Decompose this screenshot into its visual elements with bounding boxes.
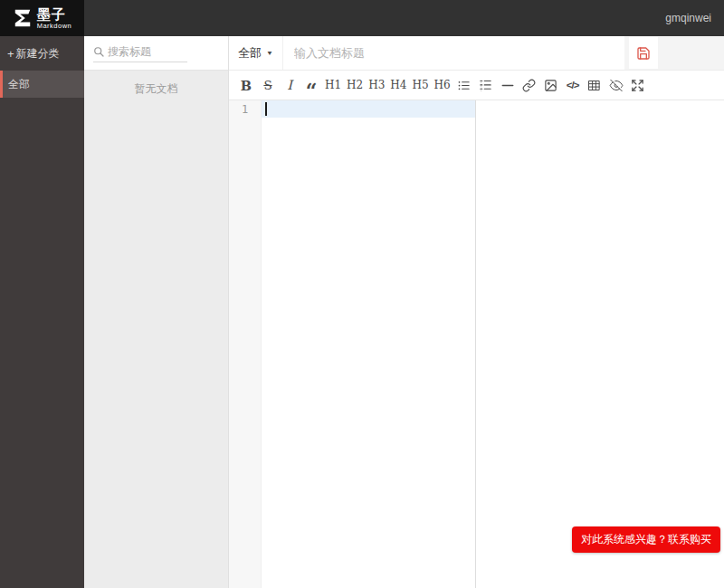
text-caret	[265, 102, 267, 116]
save-button[interactable]	[629, 37, 658, 69]
heading4-button[interactable]: H4	[389, 74, 407, 96]
app-logo: 墨子 Markdown	[0, 0, 84, 36]
markdown-toolbar: B S I “ H1 H2 H3 H4 H5 H6	[229, 71, 724, 100]
heading6-button[interactable]: H6	[433, 74, 452, 96]
contact-purchase-button[interactable]: 对此系统感兴趣？联系购买	[572, 526, 720, 553]
quote-icon: “	[306, 88, 318, 93]
search-row	[84, 36, 228, 71]
sidebar-item-label: 全部	[8, 77, 30, 92]
preview-toggle-button[interactable]	[607, 74, 625, 96]
italic-button[interactable]: I	[281, 74, 299, 96]
ordered-list-button[interactable]	[477, 74, 495, 96]
active-line	[262, 100, 475, 118]
code-icon: </>	[567, 80, 579, 90]
top-header: 墨子 Markdown gmqinwei	[0, 0, 724, 36]
heading1-button[interactable]: H1	[324, 74, 342, 96]
logo-text: 墨子 Markdown	[37, 7, 72, 30]
plus-icon: +	[7, 47, 14, 61]
heading3-button[interactable]: H3	[367, 74, 386, 96]
save-strip	[624, 36, 724, 70]
h1-icon: H1	[325, 79, 341, 91]
blockquote-button[interactable]: “	[302, 74, 320, 96]
heading5-button[interactable]: H5	[411, 74, 429, 96]
h5-icon: H5	[412, 79, 428, 91]
heading2-button[interactable]: H2	[346, 74, 364, 96]
search-icon	[93, 46, 104, 57]
unordered-list-button[interactable]	[455, 74, 473, 96]
markdown-preview-pane	[476, 100, 724, 588]
search-input[interactable]	[108, 45, 180, 58]
document-title-input[interactable]	[283, 36, 624, 70]
document-list-panel: 暂无文档	[84, 36, 229, 588]
ordered-list-icon	[479, 79, 492, 92]
h3-icon: H3	[368, 79, 385, 91]
code-button[interactable]: </>	[564, 74, 582, 96]
table-button[interactable]	[586, 74, 604, 96]
link-icon	[522, 79, 536, 92]
new-category-button[interactable]: + 新建分类	[0, 36, 84, 71]
table-icon	[587, 79, 601, 92]
fullscreen-button[interactable]	[629, 74, 647, 96]
image-button[interactable]	[542, 74, 560, 96]
horizontal-rule-icon	[500, 79, 515, 92]
bold-button[interactable]: B	[237, 74, 255, 96]
logo-subtitle: Markdown	[37, 23, 72, 30]
chevron-down-icon: ▼	[266, 50, 273, 57]
strikethrough-button[interactable]: S	[259, 74, 277, 96]
line-number: 1	[229, 103, 261, 116]
empty-documents-text: 暂无文档	[84, 81, 228, 97]
category-dropdown-label: 全部	[238, 45, 262, 62]
fullscreen-icon	[631, 79, 644, 92]
category-dropdown[interactable]: 全部 ▼	[229, 36, 283, 70]
horizontal-rule-button[interactable]	[499, 74, 517, 96]
strikethrough-icon: S	[263, 78, 272, 92]
header-spacer	[84, 0, 665, 36]
bold-icon: B	[241, 78, 252, 93]
app-window: 墨子 Markdown gmqinwei + 新建分类 全部	[0, 0, 724, 588]
save-floppy-icon	[636, 46, 651, 61]
image-icon	[544, 79, 557, 92]
body-row: + 新建分类 全部 暂无文档	[0, 36, 724, 588]
sidebar-item-all[interactable]: 全部	[0, 71, 84, 98]
markdown-code-area[interactable]	[262, 100, 476, 588]
h6-icon: H6	[434, 79, 451, 91]
unordered-list-icon	[457, 79, 471, 92]
search-field	[93, 45, 187, 62]
logo-title: 墨子	[37, 7, 72, 21]
category-sidebar: + 新建分类 全部	[0, 36, 84, 588]
new-category-label: 新建分类	[16, 46, 60, 62]
editor-main: 全部 ▼ B S I	[229, 36, 724, 588]
document-titlebar: 全部 ▼	[229, 36, 724, 71]
logo-sigma-icon	[13, 7, 33, 29]
h4-icon: H4	[390, 79, 406, 91]
italic-icon: I	[287, 78, 292, 92]
line-number-gutter: 1	[229, 100, 262, 588]
h2-icon: H2	[347, 79, 363, 91]
link-button[interactable]	[520, 74, 538, 96]
username-menu[interactable]: gmqinwei	[665, 0, 724, 36]
editor-row: 1	[229, 100, 724, 588]
eye-off-icon	[609, 79, 624, 92]
